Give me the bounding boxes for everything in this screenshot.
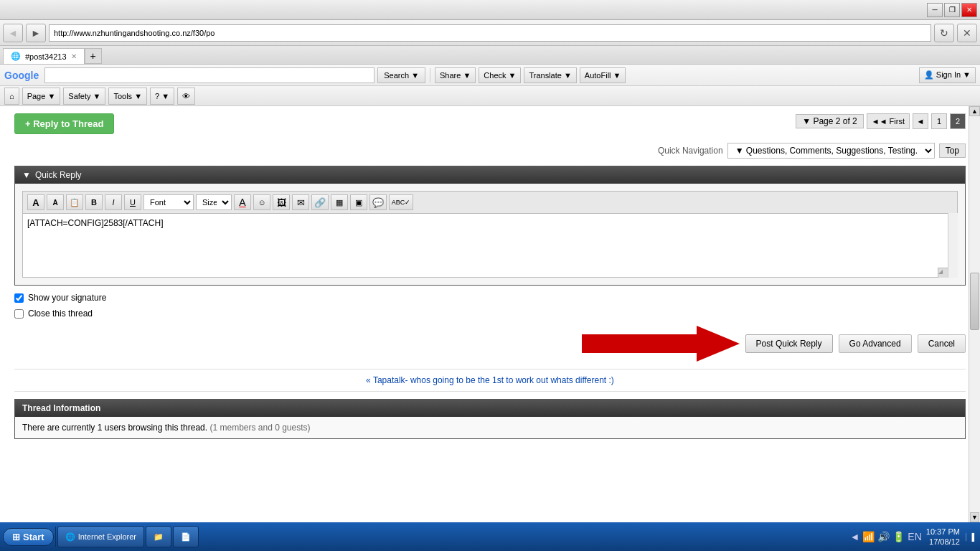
page-scrollbar[interactable]: ▲ ▼ (969, 106, 980, 522)
start-orb: ⊞ (12, 532, 20, 542)
close-thread-checkbox[interactable] (14, 309, 24, 319)
editor-resize-handle[interactable]: ◢ (938, 268, 948, 278)
first-page-button[interactable]: ◄◄ First (867, 113, 910, 129)
top-button[interactable]: Top (939, 143, 966, 158)
tab-bar: 🌐 #post34213 ✕ + (0, 46, 980, 65)
tab-label: #post34213 (25, 52, 67, 61)
scroll-up-button[interactable]: ▲ (969, 106, 980, 116)
help-menu-button[interactable]: ? ▼ (150, 88, 174, 105)
active-tab[interactable]: 🌐 #post34213 ✕ (3, 48, 85, 64)
new-tab-button[interactable]: + (85, 48, 102, 64)
insert-quote-button[interactable]: 💬 (369, 194, 387, 210)
go-advanced-button[interactable]: Go Advanced (839, 334, 912, 353)
ie-label: Internet Explorer (78, 532, 136, 541)
stop-button[interactable]: ✕ (957, 24, 977, 42)
start-button[interactable]: ⊞ Start (3, 528, 54, 546)
insert-image-button[interactable]: 🖼 (273, 194, 290, 210)
signature-row: Show your signature (14, 293, 966, 303)
editor-scrollbar[interactable] (948, 213, 958, 278)
reply-thread-button[interactable]: + Reply to Thread (14, 113, 114, 134)
minimize-button[interactable]: ─ (927, 3, 943, 17)
back-button[interactable]: ◄ (3, 24, 23, 42)
taskbar-app3-button[interactable]: 📄 (173, 526, 199, 547)
translate-button[interactable]: Translate ▼ (524, 67, 576, 83)
autofill-button[interactable]: AutoFill ▼ (580, 67, 626, 83)
address-bar[interactable] (49, 24, 931, 42)
taskbar-clock[interactable]: 10:37 PM 17/08/12 (926, 527, 960, 547)
taskbar-ie-button[interactable]: 🌐 Internet Explorer (57, 526, 144, 547)
scroll-thumb[interactable] (970, 273, 979, 330)
prev-page-button[interactable]: ◄ (913, 113, 928, 129)
clock-date: 17/08/12 (926, 537, 960, 547)
home-button[interactable]: ⌂ (4, 88, 19, 105)
signin-button[interactable]: 👤 Sign In ▼ (919, 67, 976, 83)
quick-nav-select[interactable]: ▼ Questions, Comments, Suggestions, Test… (727, 143, 935, 159)
insert-email-button[interactable]: ✉ (292, 194, 309, 210)
language-icon: EN (908, 531, 921, 542)
insert-table-button[interactable]: ▦ (331, 194, 348, 210)
action-row: Post Quick Reply Go Advanced Cancel (14, 326, 966, 362)
insert-widget-button[interactable]: ▣ (350, 194, 367, 210)
size-select[interactable]: Size (196, 194, 232, 210)
forward-button[interactable]: ► (26, 24, 46, 42)
thread-link-row: « Tapatalk- whos going to be the 1st to … (14, 369, 966, 392)
volume-icon[interactable]: 🔊 (877, 531, 890, 542)
close-button[interactable]: ✕ (961, 3, 977, 17)
font-color-button[interactable]: A (234, 194, 251, 210)
restore-button[interactable]: ❐ (944, 3, 960, 17)
share-button[interactable]: Share ▼ (435, 67, 476, 83)
svg-marker-0 (582, 326, 740, 362)
editor-container: [ATTACH=CONFIG]2583[/ATTACH] ◢ (22, 213, 958, 278)
font-select[interactable]: Font (143, 194, 194, 210)
close-thread-label: Close this thread (28, 309, 93, 319)
page-dropdown-button[interactable]: ▼ Page 2 of 2 (796, 114, 864, 128)
page1-button[interactable]: 1 (931, 113, 947, 129)
insert-link-button[interactable]: 🔗 (311, 194, 329, 210)
thread-link[interactable]: « Tapatalk- whos going to be the 1st to … (366, 375, 614, 385)
bold-button[interactable]: B (85, 194, 103, 210)
show-hidden-icons[interactable]: ◄ (850, 531, 860, 542)
network-icon[interactable]: 📶 (862, 531, 875, 542)
post-quick-reply-button[interactable]: Post Quick Reply (745, 334, 833, 353)
eye-button[interactable]: 👁 (177, 88, 195, 105)
safety-menu-button[interactable]: Safety ▼ (63, 88, 105, 105)
underline-button[interactable]: U (124, 194, 141, 210)
show-desktop-button[interactable]: ▐ (966, 533, 974, 541)
signature-checkbox[interactable] (14, 293, 24, 303)
ie-toolbar2: ⌂ Page ▼ Safety ▼ Tools ▼ ? ▼ 👁 (0, 86, 980, 106)
page-content: + Reply to Thread ▼ Page 2 of 2 ◄◄ First… (0, 106, 980, 522)
tab-close-icon[interactable]: ✕ (71, 52, 77, 60)
thread-info-header: Thread Information (15, 400, 965, 417)
app3-icon: 📄 (181, 532, 191, 542)
google-search-button[interactable]: Quick Navigation Search ▼ (377, 67, 425, 83)
thread-info-details: (1 members and 0 guests) (209, 423, 310, 433)
font-size-increase-button[interactable]: A (27, 194, 44, 210)
quick-reply-section: ▼ Quick Reply A A 📋 B I U Font Size (14, 166, 966, 286)
google-logo: Google (4, 70, 39, 81)
cancel-button[interactable]: Cancel (918, 334, 966, 353)
taskbar-explorer-button[interactable]: 📁 (146, 526, 171, 547)
ie-icon: 🌐 (65, 532, 75, 542)
google-search-input[interactable] (44, 67, 374, 83)
refresh-button[interactable]: ↻ (934, 24, 954, 42)
page-menu-button[interactable]: Page ▼ (22, 88, 61, 105)
spellcheck-button[interactable]: ABC✓ (389, 194, 413, 210)
quick-nav-label: Quick Navigation (658, 146, 723, 156)
tab-favicon: 🌐 (11, 52, 21, 61)
editor-textarea[interactable]: [ATTACH=CONFIG]2583[/ATTACH] (22, 213, 958, 278)
title-buttons: ─ ❐ ✕ (927, 3, 977, 17)
paste-button[interactable]: 📋 (66, 194, 83, 210)
check-button[interactable]: Check ▼ (479, 67, 521, 83)
red-arrow-graphic (582, 326, 740, 362)
page2-button[interactable]: 2 (950, 113, 966, 129)
scroll-down-button[interactable]: ▼ (970, 512, 979, 522)
quick-reply-header: ▼ Quick Reply (15, 166, 965, 184)
taskbar-divider (55, 527, 56, 547)
italic-button[interactable]: I (105, 194, 122, 210)
tools-menu-button[interactable]: Tools ▼ (108, 88, 147, 105)
pagination-row: ▼ Page 2 of 2 ◄◄ First ◄ 1 2 (796, 113, 966, 129)
emoji-button[interactable]: ☺ (253, 194, 270, 210)
signature-label: Show your signature (28, 293, 106, 303)
font-size-decrease-button[interactable]: A (47, 194, 64, 210)
start-label: Start (23, 532, 44, 542)
